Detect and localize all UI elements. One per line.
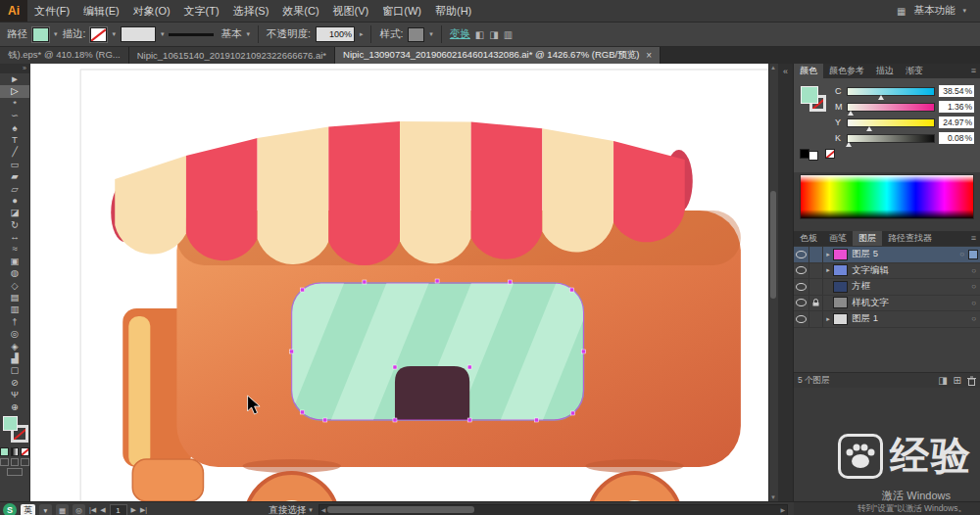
target-icon[interactable]: ○	[971, 299, 976, 307]
horizontal-scrollbar[interactable]: ◀ ▶	[318, 504, 788, 515]
chevron-down-icon[interactable]: ▾	[112, 30, 116, 38]
chevron-down-icon[interactable]: ▾	[246, 30, 250, 38]
tool-eyedropper[interactable]: †	[0, 316, 29, 328]
tool-paintbrush[interactable]: ▰	[0, 170, 29, 182]
tab-gradient[interactable]: 渐变	[900, 64, 929, 78]
chevron-down-icon[interactable]: ▾	[161, 30, 165, 38]
scroll-right-icon[interactable]: ▶	[780, 506, 785, 513]
menu-window[interactable]: 窗口(W)	[375, 0, 428, 22]
chevron-down-icon[interactable]: ▾	[54, 30, 58, 38]
panel-menu-icon[interactable]: ≡	[967, 231, 980, 246]
tool-pencil[interactable]: ▱	[0, 183, 29, 195]
screen-mode-button[interactable]	[7, 468, 23, 476]
tab-stroke[interactable]: 描边	[870, 64, 900, 78]
distribute-icon[interactable]: ▥	[504, 29, 513, 40]
stroke-color-swatch[interactable]	[90, 27, 107, 42]
black-value-field[interactable]: 0.08%	[939, 132, 974, 144]
layer-name[interactable]: 图层 5	[852, 248, 959, 260]
tools-panel-collapse-icon[interactable]: »	[0, 64, 29, 73]
visibility-toggle[interactable]	[794, 311, 809, 327]
prev-artboard-icon[interactable]: ◀	[100, 506, 105, 514]
awning-stripe[interactable]	[400, 121, 471, 263]
white-swatch[interactable]	[808, 151, 818, 161]
next-artboard-icon[interactable]: ▶	[131, 506, 136, 514]
awning-stripe[interactable]	[328, 121, 400, 265]
awning-stripe[interactable]	[471, 122, 543, 259]
tab-swatches[interactable]: 色板	[794, 231, 823, 246]
magenta-value-field[interactable]: 1.36%	[939, 101, 974, 113]
tool-blob-brush[interactable]: ●	[0, 195, 29, 207]
tool-rectangle[interactable]: ▭	[0, 159, 29, 170]
make-clipping-mask-icon[interactable]: ◨	[938, 375, 947, 386]
awning-stripe[interactable]	[186, 138, 258, 260]
draw-behind-button[interactable]	[11, 458, 20, 466]
opacity-spinner-icon[interactable]: ▸	[360, 30, 364, 38]
document-tab-active[interactable]: Nipic_13090734_20190602164601432086.ai* …	[335, 47, 661, 64]
wheel-right[interactable]	[588, 473, 680, 501]
ime-keyboard-icon[interactable]: ▦	[56, 504, 69, 515]
new-layer-icon[interactable]: ⊞	[954, 375, 961, 386]
target-icon[interactable]: ○	[959, 250, 964, 258]
target-icon[interactable]: ○	[971, 282, 976, 291]
workspace-switcher[interactable]: 基本功能	[913, 4, 955, 18]
align-horizontal-icon[interactable]: ◧	[475, 29, 484, 40]
align-vertical-icon[interactable]: ◨	[489, 29, 498, 40]
dock-collapse-icon[interactable]: «	[783, 67, 788, 76]
visibility-toggle[interactable]	[794, 296, 809, 311]
graphic-style-swatch[interactable]	[408, 27, 424, 42]
expander-icon[interactable]: ▸	[823, 315, 833, 323]
tab-color-guide[interactable]: 颜色参考	[823, 64, 870, 78]
wheel-left[interactable]	[246, 473, 338, 501]
tool-zoom[interactable]: ⊕	[0, 401, 29, 413]
layer-row-selected[interactable]: ▸ 图层 5 ○	[794, 247, 980, 263]
menu-type[interactable]: 文字(T)	[177, 0, 226, 22]
menu-select[interactable]: 选择(S)	[226, 0, 276, 22]
ime-menu-icon[interactable]: ▾	[39, 504, 52, 515]
menu-help[interactable]: 帮助(H)	[428, 0, 478, 22]
scroll-down-icon[interactable]: ▼	[770, 494, 776, 500]
none-swatch[interactable]	[825, 149, 835, 159]
tab-color[interactable]: 颜色	[794, 64, 823, 78]
tab-pathfinder[interactable]: 路径查找器	[882, 231, 938, 246]
first-artboard-icon[interactable]: |◀	[89, 506, 96, 514]
menu-effect[interactable]: 效果(C)	[275, 0, 325, 22]
scroll-up-icon[interactable]: ▲	[770, 65, 776, 70]
fill-indicator[interactable]	[801, 86, 818, 104]
tool-eraser[interactable]: ◪	[0, 207, 29, 218]
dock-collapse-strip[interactable]: «	[778, 64, 794, 501]
layer-name[interactable]: 方框	[852, 280, 971, 293]
tool-line-segment[interactable]: ╱	[0, 146, 29, 158]
draw-inside-button[interactable]	[21, 458, 29, 466]
fill-proxy-swatch[interactable]	[3, 416, 18, 431]
black-slider[interactable]	[847, 134, 935, 143]
magenta-slider[interactable]	[847, 103, 935, 112]
chevron-down-icon[interactable]: ▾	[309, 506, 313, 514]
none-button[interactable]	[21, 447, 29, 456]
tool-free-transform[interactable]: ▣	[0, 256, 29, 267]
tool-lasso[interactable]: ∽	[0, 110, 29, 121]
tool-gradient[interactable]: ▥	[0, 304, 29, 315]
cart-bumper[interactable]	[132, 459, 203, 501]
color-spectrum-bar[interactable]	[800, 174, 974, 219]
visibility-toggle[interactable]	[794, 263, 809, 279]
target-icon[interactable]: ○	[971, 266, 976, 275]
expander-icon[interactable]: ▸	[823, 266, 833, 274]
cart-ledge-bar[interactable]	[128, 316, 150, 467]
ime-language-indicator[interactable]: 英	[21, 504, 35, 515]
chevron-down-icon[interactable]: ▾	[429, 30, 433, 38]
fill-stroke-indicator[interactable]	[801, 86, 830, 116]
tool-direct-selection[interactable]: ▷	[0, 85, 29, 97]
menu-object[interactable]: 对象(O)	[126, 0, 177, 22]
tab-brushes[interactable]: 画笔	[823, 231, 853, 246]
artboard-canvas[interactable]: ▲ ▼	[30, 64, 778, 501]
tool-type[interactable]: T	[0, 134, 29, 146]
layer-row[interactable]: 样机文字 ○	[794, 296, 980, 312]
artboard-number-field[interactable]: 1	[110, 504, 127, 515]
stroke-width-field[interactable]	[121, 26, 156, 42]
cyan-value-field[interactable]: 38.54%	[939, 85, 974, 97]
tool-pen[interactable]: ♠	[0, 122, 29, 134]
vertical-scrollbar[interactable]: ▲ ▼	[768, 64, 778, 501]
tool-slice[interactable]: ⊘	[0, 377, 29, 389]
awning-stripe[interactable]	[258, 127, 329, 264]
vertical-scrollbar-thumb[interactable]	[770, 191, 776, 299]
